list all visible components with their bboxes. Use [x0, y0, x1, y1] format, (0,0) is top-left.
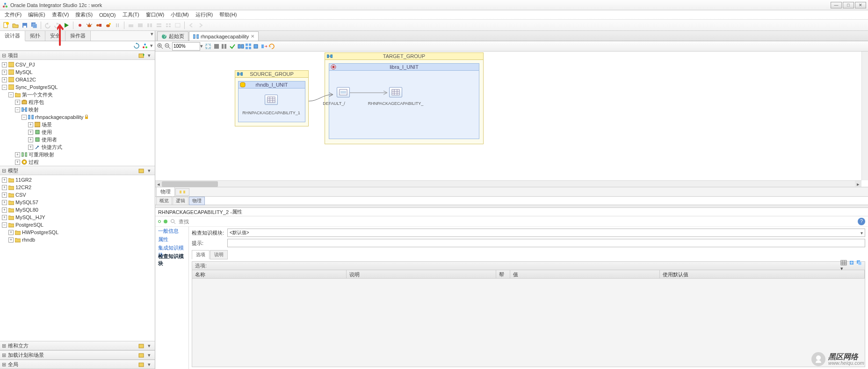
opt-tab-desc[interactable]: 说明	[210, 250, 228, 259]
col-default[interactable]: 使用默认值	[660, 270, 865, 278]
editor-tab-map[interactable]: rhnpackagecapability ✕	[189, 31, 259, 41]
tab-security[interactable]: 安全	[45, 31, 65, 41]
fit-button[interactable]	[205, 43, 211, 50]
save-all-button[interactable]	[30, 21, 38, 30]
section-dim[interactable]: ⊞ 维和立方 ▾	[0, 341, 155, 350]
menu-edit[interactable]: 编辑(E)	[25, 10, 48, 19]
exec5-button[interactable]	[268, 43, 275, 50]
menu-help[interactable]: 帮助(H)	[217, 10, 239, 19]
exec3-button[interactable]	[253, 43, 259, 50]
zoom-dropdown-icon[interactable]: ▾	[200, 43, 203, 49]
tree-node-m2[interactable]: +12CR2	[0, 184, 155, 191]
propnav-ckm[interactable]: 检查知识模块	[155, 252, 188, 260]
d1-button[interactable]	[127, 21, 135, 30]
tab-designer[interactable]: 设计器	[0, 31, 25, 41]
property-search-input[interactable]	[179, 219, 855, 224]
nav-dropdown-icon[interactable]: ▾	[150, 43, 153, 49]
maximize-button[interactable]: □	[843, 2, 854, 8]
menu-run[interactable]: 运行(R)	[193, 10, 216, 19]
menu-window[interactable]: 窗口(W)	[143, 10, 167, 19]
import-icon[interactable]	[138, 52, 145, 59]
scroll-left-icon[interactable]: ◂	[155, 181, 162, 187]
tree-node-mysql[interactable]: +MySQL	[0, 68, 155, 76]
propnav-general[interactable]: 一般信息	[155, 227, 188, 235]
pause-button[interactable]	[113, 21, 122, 30]
hint-input[interactable]	[227, 239, 865, 247]
subtab-logical[interactable]: 逻辑	[173, 197, 188, 205]
undo-button[interactable]	[43, 21, 52, 30]
save-button[interactable]	[21, 21, 29, 30]
tree-node-m5[interactable]: +MySQL80	[0, 206, 155, 214]
d2-button[interactable]	[136, 21, 145, 30]
section-global[interactable]: ⊞ 全局 ▾	[0, 360, 155, 369]
tree-node-first-folder[interactable]: −第一个文件夹	[0, 91, 155, 98]
source-datastore[interactable]	[265, 95, 278, 105]
menu-tools[interactable]: 工具(T)	[120, 10, 142, 19]
validate-button[interactable]	[229, 43, 236, 50]
col-help[interactable]: 帮助	[496, 270, 510, 278]
tree-node-rhndb[interactable]: +rhndb	[0, 236, 155, 244]
close-tab-icon[interactable]: ✕	[251, 34, 254, 39]
back-button[interactable]	[187, 21, 195, 30]
import-icon[interactable]	[138, 342, 145, 349]
section-load[interactable]: ⊞ 加载计划和场景 ▾	[0, 350, 155, 360]
d5-button[interactable]	[164, 21, 173, 30]
zoom-in-button[interactable]	[157, 43, 164, 50]
zoom-select[interactable]	[172, 42, 200, 51]
col-value[interactable]: 值	[510, 270, 660, 278]
mapping-canvas[interactable]: SOURCE_GROUP rhndb_I_UNIT RHNPACKAGECAPA…	[155, 52, 868, 187]
redo-button[interactable]	[53, 21, 61, 30]
physical-tab[interactable]: 物理	[156, 187, 175, 197]
section-dropdown-icon[interactable]: ▾	[145, 167, 153, 174]
menu-team[interactable]: 小组(M)	[168, 10, 192, 19]
tree-node-rhn[interactable]: −rhnpackagecapability	[0, 113, 155, 121]
layout1-button[interactable]	[213, 43, 220, 50]
section-project[interactable]: ⊟ 项目 ▾	[0, 51, 155, 60]
tree-node-shortcut[interactable]: +快捷方式	[0, 143, 155, 151]
scroll-right-icon[interactable]: ▸	[855, 181, 861, 187]
section-model[interactable]: ⊟ 模型 ▾	[0, 166, 155, 175]
propnav-attr[interactable]: 属性	[155, 235, 188, 244]
opt-tab-options[interactable]: 选项	[192, 250, 210, 259]
section-dropdown-icon[interactable]: ▾	[145, 52, 153, 59]
subtab-physical[interactable]: 物理	[189, 197, 205, 205]
target-group[interactable]: TARGET_GROUP libra_I_UNIT DEFAULT_/ RHNP…	[325, 52, 484, 144]
zoom-out-button[interactable]	[165, 43, 171, 50]
new-button[interactable]	[2, 21, 10, 30]
default-box[interactable]	[337, 87, 350, 97]
forward-button[interactable]	[196, 21, 205, 30]
nav-refresh-button[interactable]	[133, 43, 140, 49]
col-desc[interactable]: 说明	[347, 270, 496, 278]
tree-node-use[interactable]: +使用	[0, 128, 155, 136]
close-button[interactable]: ✕	[855, 2, 866, 8]
subtab-overview[interactable]: 概览	[156, 197, 172, 205]
tree-node-process[interactable]: +过程	[0, 158, 155, 166]
tree-node-user[interactable]: +使用者	[0, 136, 155, 143]
layout2-button[interactable]	[221, 43, 227, 50]
tree-node-mapping[interactable]: −映射	[0, 106, 155, 113]
d3-button[interactable]	[145, 21, 154, 30]
tree-node-m1[interactable]: +11GR2	[0, 176, 155, 184]
minimize-button[interactable]: —	[831, 2, 842, 8]
open-button[interactable]	[11, 21, 20, 30]
menu-file[interactable]: 文件(F)	[2, 10, 24, 19]
scroll-thumb[interactable]	[162, 181, 218, 187]
tree-node-m3[interactable]: +CSV	[0, 191, 155, 199]
import-icon[interactable]	[138, 352, 145, 358]
section-dropdown-icon[interactable]: ▾	[145, 342, 153, 349]
section-dropdown-icon[interactable]: ▾	[145, 352, 153, 358]
tree-node-package[interactable]: +程序包	[0, 98, 155, 106]
source-unit[interactable]: rhndb_I_UNIT RHNPACKAGECAPABILITY_1	[238, 81, 305, 122]
tree-node-m4[interactable]: +MySQL57	[0, 199, 155, 206]
target-unit[interactable]: libra_I_UNIT DEFAULT_/ RHNPACKAGECAPABIL…	[329, 63, 479, 139]
debug2-button[interactable]	[94, 21, 103, 30]
section-dropdown-icon[interactable]: ▾	[145, 361, 153, 368]
debug-button[interactable]	[85, 21, 94, 30]
tree-node-ora12c[interactable]: +ORA12C	[0, 76, 155, 83]
exec1-button[interactable]	[238, 43, 244, 50]
tree-node-sync[interactable]: −Sync_PostgreSQL	[0, 83, 155, 91]
menu-odi[interactable]: ODI(O)	[96, 11, 118, 19]
diagram-icon-tab[interactable]	[175, 188, 189, 196]
tree-node-scene[interactable]: +场景	[0, 121, 155, 128]
col-name[interactable]: 名称	[192, 270, 347, 278]
